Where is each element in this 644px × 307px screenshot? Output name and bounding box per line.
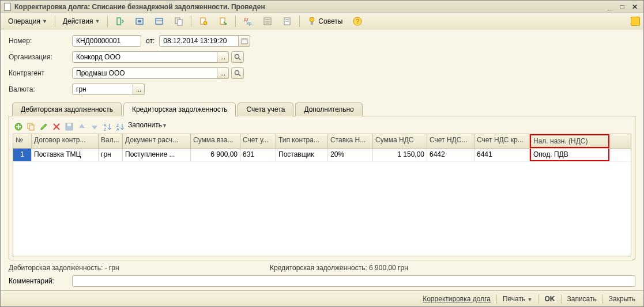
separator bbox=[561, 294, 562, 304]
toolbar-btn-report[interactable] bbox=[278, 15, 296, 28]
document-icon bbox=[4, 3, 11, 11]
svg-rect-37 bbox=[67, 123, 71, 126]
toolbar-btn-4[interactable] bbox=[170, 15, 187, 28]
move-up-icon[interactable] bbox=[77, 122, 86, 131]
tips-label: Советы bbox=[318, 17, 342, 25]
svg-rect-2 bbox=[138, 20, 141, 22]
tab-extra[interactable]: Дополнительно bbox=[295, 103, 362, 116]
svg-rect-0 bbox=[117, 18, 120, 25]
toolbar-btn-list[interactable] bbox=[259, 15, 276, 28]
contr-input[interactable] bbox=[75, 69, 214, 78]
copy-row-icon[interactable] bbox=[27, 122, 36, 131]
col-rate[interactable]: Ставка Н... bbox=[328, 134, 373, 148]
col-acc[interactable]: Счет у... bbox=[240, 134, 276, 148]
contr-open-button[interactable] bbox=[231, 67, 244, 79]
comment-input[interactable] bbox=[75, 276, 632, 286]
separator bbox=[55, 16, 55, 27]
delete-row-icon[interactable] bbox=[52, 122, 61, 131]
col-n[interactable]: № bbox=[13, 134, 32, 148]
tab-credit[interactable]: Кредиторская задолженность bbox=[123, 103, 236, 116]
col-currency[interactable]: Вал... bbox=[99, 134, 123, 148]
org-open-button[interactable] bbox=[231, 51, 244, 63]
svg-text:Кр: Кр bbox=[247, 21, 251, 26]
help-button[interactable]: ? bbox=[349, 15, 366, 28]
date-picker-button[interactable] bbox=[239, 35, 250, 47]
tab-accounts[interactable]: Счета учета bbox=[238, 103, 293, 116]
currency-select-button[interactable]: ... bbox=[133, 84, 145, 95]
cell-sum[interactable]: 6 900,00 bbox=[191, 149, 240, 161]
grid-body[interactable]: 1 Поставка ТМЦ грн Поступление ... 6 900… bbox=[13, 149, 631, 256]
separator bbox=[496, 294, 497, 304]
toolbar-btn-2[interactable] bbox=[131, 15, 148, 28]
cell-accndskr[interactable]: 6441 bbox=[474, 149, 530, 161]
col-contract[interactable]: Договор контр... bbox=[32, 134, 99, 148]
svg-point-25 bbox=[235, 55, 239, 59]
currency-input[interactable] bbox=[75, 85, 130, 94]
cell-type[interactable]: Поставщик bbox=[276, 149, 328, 161]
col-doc[interactable]: Документ расч... bbox=[123, 134, 191, 148]
tips-button[interactable]: Советы bbox=[303, 15, 347, 28]
date-input[interactable] bbox=[162, 36, 236, 46]
move-down-icon[interactable] bbox=[90, 122, 99, 131]
svg-rect-3 bbox=[156, 18, 163, 24]
save-icon[interactable] bbox=[65, 122, 74, 131]
save-button[interactable]: Записать bbox=[565, 295, 599, 303]
col-nazn[interactable]: Нал. назн. (НДС) bbox=[530, 134, 609, 148]
cell-contract[interactable]: Поставка ТМЦ bbox=[32, 149, 99, 161]
print-label: Печать bbox=[503, 295, 525, 303]
date-field[interactable] bbox=[159, 35, 239, 47]
cell-currency[interactable]: грн bbox=[99, 149, 123, 161]
edit-row-icon[interactable] bbox=[39, 122, 48, 131]
fill-menu[interactable]: Заполнить▼ bbox=[128, 121, 167, 132]
cell-n: 1 bbox=[13, 149, 32, 161]
credit-summary: Кредиторская задолженность: 6 900,00 грн bbox=[270, 264, 635, 272]
toolbar-btn-5[interactable] bbox=[195, 15, 212, 28]
col-type[interactable]: Тип контра... bbox=[276, 134, 328, 148]
col-nds[interactable]: Сумма НДС bbox=[373, 134, 427, 148]
close-button[interactable]: Закрыть bbox=[607, 295, 638, 303]
col-sum[interactable]: Сумма вза... bbox=[191, 134, 240, 148]
toolbar-btn-3[interactable] bbox=[150, 15, 168, 28]
number-label: Номер: bbox=[9, 37, 72, 45]
table-row[interactable]: 1 Поставка ТМЦ грн Поступление ... 6 900… bbox=[13, 149, 631, 162]
org-label: Организация: bbox=[9, 53, 72, 61]
org-select-button[interactable]: ... bbox=[217, 51, 229, 63]
actions-menu[interactable]: Действия▼ bbox=[59, 15, 104, 28]
print-button[interactable]: Печать ▼ bbox=[500, 295, 535, 303]
cell-nds[interactable]: 1 150,00 bbox=[373, 149, 427, 161]
org-input[interactable] bbox=[75, 52, 214, 62]
currency-field[interactable] bbox=[72, 84, 133, 95]
sort-asc-icon[interactable]: AZ bbox=[103, 122, 112, 131]
svg-rect-20 bbox=[311, 22, 313, 25]
add-row-icon[interactable] bbox=[14, 122, 23, 131]
summary-row: Дебиторская задолженность: - грн Кредито… bbox=[9, 260, 635, 274]
minimize-button[interactable]: _ bbox=[604, 2, 615, 12]
comment-field[interactable] bbox=[72, 275, 635, 287]
contr-select-button[interactable]: ... bbox=[217, 67, 229, 79]
sort-desc-icon[interactable]: ZA bbox=[115, 122, 125, 131]
col-accnds[interactable]: Счет НДС... bbox=[427, 134, 474, 148]
number-input[interactable] bbox=[75, 36, 138, 46]
maximize-button[interactable]: □ bbox=[617, 2, 627, 12]
warning-indicator[interactable] bbox=[631, 17, 640, 26]
tab-debit[interactable]: Дебиторская задолженность bbox=[12, 103, 122, 116]
svg-line-28 bbox=[239, 74, 240, 76]
toolbar-btn-1[interactable] bbox=[111, 15, 129, 28]
cell-rate[interactable]: 20% bbox=[328, 149, 373, 161]
cell-nazn[interactable]: Опод. ПДВ bbox=[530, 149, 609, 161]
close-button[interactable]: ✕ bbox=[630, 2, 640, 12]
cell-acc[interactable]: 631 bbox=[240, 149, 276, 161]
cell-doc[interactable]: Поступление ... bbox=[123, 149, 191, 161]
chevron-down-icon: ▼ bbox=[42, 18, 47, 24]
col-accndskr[interactable]: Счет НДС кр... bbox=[474, 134, 530, 148]
toolbar-btn-dtkr[interactable]: ДтКр bbox=[239, 15, 257, 28]
operation-menu[interactable]: Операция▼ bbox=[4, 15, 51, 28]
doc-link[interactable]: Корректировка долга bbox=[420, 295, 493, 303]
cell-accnds[interactable]: 6442 bbox=[427, 149, 474, 161]
contr-field[interactable] bbox=[72, 67, 217, 79]
separator bbox=[299, 16, 300, 27]
number-field[interactable] bbox=[72, 35, 141, 47]
org-field[interactable] bbox=[72, 51, 217, 63]
ok-button[interactable]: OK bbox=[543, 295, 558, 303]
toolbar-btn-6[interactable] bbox=[214, 15, 232, 28]
